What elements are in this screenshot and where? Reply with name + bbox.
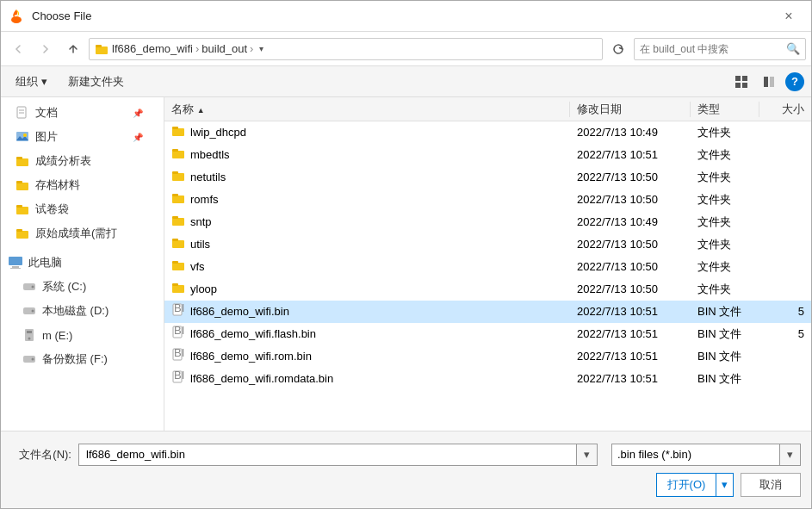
file-name-text: yloop (190, 282, 217, 295)
folder-icon (171, 191, 185, 208)
breadcrumb-bar[interactable]: lf686_demo_wifi › build_out › ▾ (89, 38, 603, 60)
pane-button[interactable] (758, 71, 780, 93)
sidebar-item-systemc[interactable]: 系统 (C:) (1, 275, 164, 299)
svg-point-0 (11, 16, 22, 23)
computer-icon (8, 255, 23, 270)
col-type-header[interactable]: 类型 (691, 102, 759, 117)
sidebar-item-archive[interactable]: 存档材料 (1, 173, 164, 197)
sidebar-item-label: 存档材料 (35, 177, 157, 193)
table-row[interactable]: yloop 2022/7/13 10:50 文件夹 (164, 278, 811, 301)
pin-icon: 📌 (133, 109, 143, 118)
svg-rect-7 (764, 77, 768, 87)
sidebar-item-analysis[interactable]: 成绩分析表 (1, 149, 164, 173)
filetype-chevron[interactable]: ▾ (780, 444, 801, 466)
file-list-header: 名称 ▲ 修改日期 类型 大小 (164, 97, 811, 121)
file-date-cell: 2022/7/13 10:51 (570, 305, 691, 318)
table-row[interactable]: sntp 2022/7/13 10:49 文件夹 (164, 211, 811, 233)
removable-drive-icon (22, 327, 37, 343)
action-row: 打开(O) ▾ 取消 (11, 473, 801, 497)
sidebar-item-original[interactable]: 原始成绩单(需打 (1, 221, 164, 245)
file-type-cell: 文件夹 (691, 125, 759, 140)
sidebar-item-drivee[interactable]: m (E:) (1, 323, 164, 347)
col-date-header[interactable]: 修改日期 (570, 102, 691, 117)
file-list: lwip_dhcpd 2022/7/13 10:49 文件夹 mbedtls 2… (164, 121, 811, 431)
title-bar: Choose File × (1, 1, 811, 32)
refresh-button[interactable] (606, 37, 630, 61)
help-button[interactable]: ? (785, 72, 804, 91)
up-button[interactable] (61, 37, 85, 61)
folder-icon (171, 124, 185, 140)
table-row[interactable]: lwip_dhcpd 2022/7/13 10:49 文件夹 (164, 121, 811, 144)
file-name-text: mbedtls (190, 148, 230, 161)
sidebar-item-label: 备份数据 (F:) (42, 351, 157, 367)
table-row[interactable]: mbedtls 2022/7/13 10:51 文件夹 (164, 144, 811, 166)
svg-rect-1 (96, 47, 108, 54)
table-row[interactable]: BIN lf686_demo_wifi.rom.bin 2022/7/13 10… (164, 345, 811, 368)
filename-dropdown-button[interactable]: ▾ (577, 444, 598, 466)
open-button[interactable]: 打开(O) ▾ (656, 473, 734, 497)
forward-button[interactable] (34, 37, 58, 61)
file-name-text: lf686_demo_wifi.flash.bin (190, 327, 316, 340)
sidebar-item-documents[interactable]: 文档 📌 (1, 101, 164, 125)
filename-input[interactable] (78, 444, 577, 466)
documents-icon (15, 105, 30, 121)
cancel-button[interactable]: 取消 (741, 473, 801, 497)
file-date-cell: 2022/7/13 10:50 (570, 260, 691, 273)
drive-icon (22, 279, 37, 295)
file-type-cell: 文件夹 (691, 214, 759, 230)
folder-icon (171, 236, 185, 252)
file-name-cell: BIN lf686_demo_wifi.bin (164, 303, 570, 320)
col-size-header[interactable]: 大小 (759, 102, 811, 117)
sidebar-item-thispc[interactable]: 此电脑 (1, 251, 164, 275)
sidebar-item-backupf[interactable]: 备份数据 (F:) (1, 347, 164, 371)
file-name-cell: BIN lf686_demo_wifi.rom.bin (164, 348, 570, 364)
svg-rect-39 (172, 173, 184, 181)
table-row[interactable]: netutils 2022/7/13 10:50 文件夹 (164, 166, 811, 189)
action-bar: 组织 ▾ 新建文件夹 ? (1, 66, 811, 97)
table-row[interactable]: vfs 2022/7/13 10:50 文件夹 (164, 256, 811, 278)
filetype-select[interactable]: .bin files (*.bin)All files (*.*) (611, 444, 780, 466)
folder-icon (171, 281, 185, 297)
sidebar-item-testbag[interactable]: 试卷袋 (1, 197, 164, 221)
table-row[interactable]: BIN lf686_demo_wifi.bin 2022/7/13 10:51 … (164, 301, 811, 323)
sidebar-item-pictures[interactable]: 图片 📌 (1, 125, 164, 149)
table-row[interactable]: utils 2022/7/13 10:50 文件夹 (164, 233, 811, 256)
sort-arrow: ▲ (197, 106, 205, 115)
search-input[interactable] (640, 43, 786, 55)
folder-icon (171, 214, 185, 230)
sidebar-item-label: 文档 (35, 105, 127, 121)
col-name-header[interactable]: 名称 ▲ (164, 102, 570, 117)
svg-rect-43 (172, 218, 184, 226)
sidebar-item-locald[interactable]: 本地磁盘 (D:) (1, 299, 164, 323)
svg-point-29 (32, 310, 34, 313)
file-icon: BIN (171, 370, 185, 387)
open-button-main[interactable]: 打开(O) (657, 474, 716, 496)
back-button[interactable] (6, 37, 30, 61)
table-row[interactable]: romfs 2022/7/13 10:50 文件夹 (164, 189, 811, 211)
svg-rect-4 (742, 76, 747, 81)
svg-rect-2 (96, 45, 102, 47)
file-date-cell: 2022/7/13 10:50 (570, 282, 691, 295)
view-button[interactable] (730, 71, 753, 93)
sidebar-item-label: 本地磁盘 (D:) (42, 303, 157, 319)
toolbar: lf686_demo_wifi › build_out › ▾ 🔍 (1, 32, 811, 66)
search-box[interactable]: 🔍 (634, 38, 806, 60)
file-icon: BIN (171, 326, 185, 342)
bottom-bar: 文件名(N): ▾ .bin files (*.bin)All files (*… (1, 431, 811, 508)
close-button[interactable]: × (773, 3, 804, 29)
table-row[interactable]: BIN lf686_demo_wifi.flash.bin 2022/7/13 … (164, 323, 811, 345)
organize-button[interactable]: 组织 ▾ (8, 71, 55, 93)
svg-point-34 (32, 358, 34, 361)
file-date-cell: 2022/7/13 10:49 (570, 215, 691, 228)
file-name-cell: utils (164, 236, 570, 252)
search-icon: 🔍 (786, 42, 800, 55)
file-date-cell: 2022/7/13 10:50 (570, 193, 691, 206)
filename-label: 文件名(N): (11, 447, 71, 462)
svg-rect-48 (172, 261, 178, 264)
open-button-arrow[interactable]: ▾ (716, 474, 733, 496)
svg-rect-18 (16, 181, 22, 183)
file-type-cell: 文件夹 (691, 192, 759, 208)
new-folder-button[interactable]: 新建文件夹 (60, 71, 132, 93)
table-row[interactable]: BIN lf686_demo_wifi.romdata.bin 2022/7/1… (164, 368, 811, 390)
file-name-text: utils (190, 238, 210, 251)
